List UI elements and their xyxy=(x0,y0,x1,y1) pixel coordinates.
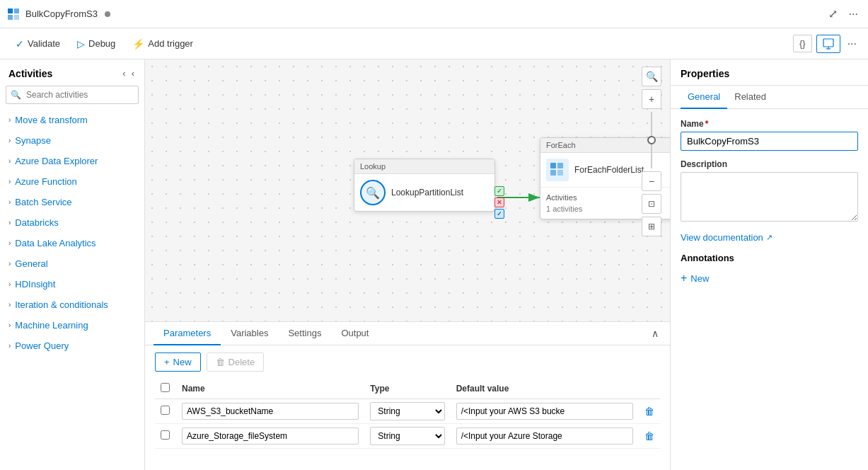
sidebar-collapse2-button[interactable]: ‹ xyxy=(130,67,136,80)
row-delete-button[interactable]: 🗑 xyxy=(644,430,654,442)
svg-rect-1 xyxy=(14,8,19,13)
param-default-input[interactable] xyxy=(456,403,633,420)
add-trigger-button[interactable]: ⚡ Add trigger xyxy=(125,35,200,53)
collapse-panel-button[interactable]: ∧ xyxy=(649,325,661,342)
validate-button[interactable]: ✓ Validate xyxy=(8,35,67,53)
chevron-icon: › xyxy=(8,157,11,165)
sidebar-item-databricks[interactable]: › Databricks xyxy=(0,212,144,233)
props-tabs: General Related xyxy=(671,86,868,109)
bottom-content: + New 🗑 Delete Name Type Defaul xyxy=(145,345,670,470)
chevron-icon: › xyxy=(8,342,11,350)
trigger-icon: ⚡ xyxy=(132,38,144,50)
col-header-name: Name xyxy=(176,379,364,399)
view-documentation-link[interactable]: View documentation ↗ xyxy=(681,232,858,243)
sidebar-item-machine-learning[interactable]: › Machine Learning xyxy=(0,315,144,336)
zoom-handle[interactable] xyxy=(647,136,656,144)
nav-item-label: General xyxy=(15,258,47,269)
lookup-node-header: Lookup xyxy=(354,159,494,174)
sidebar-item-move-transform[interactable]: › Move & transform xyxy=(0,110,144,130)
search-canvas-button[interactable]: 🔍 xyxy=(642,67,661,86)
lookup-node[interactable]: Lookup 🔍 LookupPartitionList ✓ ✕ ✓ xyxy=(354,159,495,212)
row-checkbox[interactable] xyxy=(161,406,170,415)
lookup-badges: ✓ ✕ ✓ xyxy=(494,186,504,219)
tab-settings[interactable]: Settings xyxy=(278,322,331,345)
expand-button[interactable]: ⤢ xyxy=(826,4,840,23)
delete-param-button[interactable]: 🗑 Delete xyxy=(207,352,265,372)
description-field-textarea[interactable] xyxy=(681,172,858,222)
sidebar-title: Activities xyxy=(8,68,52,79)
tab-parameters[interactable]: Parameters xyxy=(154,322,221,345)
badge-complete[interactable]: ✓ xyxy=(494,209,504,219)
nav-item-label: Batch Service xyxy=(15,197,71,207)
props-header: Properties xyxy=(671,59,868,86)
grid-view-button[interactable]: ⊞ xyxy=(642,217,661,236)
annotations-label: Annotations xyxy=(681,253,858,263)
svg-rect-10 xyxy=(557,163,563,168)
svg-rect-9 xyxy=(550,163,556,168)
name-field-input[interactable] xyxy=(681,132,858,151)
svg-rect-3 xyxy=(14,15,19,20)
foreach-node-icon xyxy=(546,159,569,181)
row-type: String xyxy=(364,424,450,449)
nav-item-label: Synapse xyxy=(15,135,51,146)
canvas-workspace[interactable]: Lookup 🔍 LookupPartitionList ✓ ✕ ✓ ForEa… xyxy=(145,59,670,321)
new-annotation-label: New xyxy=(690,273,709,284)
sidebar-item-hdinsight[interactable]: › HDInsight xyxy=(0,274,144,294)
tab-output[interactable]: Output xyxy=(331,322,378,345)
badge-success[interactable]: ✓ xyxy=(494,186,504,196)
param-name-input[interactable] xyxy=(182,428,359,445)
sidebar-item-azure-data-explorer[interactable]: › Azure Data Explorer xyxy=(0,151,144,171)
search-icon: 🔍 xyxy=(11,90,21,100)
main-toolbar: ✓ Validate ▷ Debug ⚡ Add trigger {} ··· xyxy=(0,28,868,59)
add-annotation-button[interactable]: + New xyxy=(681,269,709,287)
sidebar-item-batch-service[interactable]: › Batch Service xyxy=(0,192,144,212)
app-logo xyxy=(7,8,20,21)
validate-label: Validate xyxy=(28,38,60,49)
zoom-track xyxy=(651,112,652,168)
sidebar-item-synapse[interactable]: › Synapse xyxy=(0,130,144,151)
param-type-select[interactable]: String xyxy=(370,402,444,420)
debug-button[interactable]: ▷ Debug xyxy=(70,35,122,53)
sidebar-header: Activities ‹ ‹ xyxy=(0,59,144,86)
props-tab-related[interactable]: Related xyxy=(727,86,773,109)
code-view-button[interactable]: {} xyxy=(793,35,812,52)
badge-fail[interactable]: ✕ xyxy=(494,197,504,207)
sidebar-item-data-lake-analytics[interactable]: › Data Lake Analytics xyxy=(0,233,144,253)
row-default xyxy=(451,399,639,424)
toolbar-more-button[interactable]: ··· xyxy=(845,35,860,53)
top-bar: BulkCopyFromS3 ⤢ ··· xyxy=(0,0,868,28)
param-default-input[interactable] xyxy=(456,428,633,445)
table-row: String 🗑 xyxy=(155,399,660,424)
chevron-icon: › xyxy=(8,219,11,227)
row-delete-button[interactable]: 🗑 xyxy=(644,406,654,417)
sidebar: Activities ‹ ‹ 🔍 › Move & transform › Sy… xyxy=(0,59,145,470)
row-name xyxy=(176,424,364,449)
sidebar-collapse-button[interactable]: ‹ xyxy=(121,67,127,80)
top-bar-right: ⤢ ··· xyxy=(826,4,861,23)
monitor-button[interactable] xyxy=(816,35,840,53)
table-row: String 🗑 xyxy=(155,424,660,449)
chevron-icon: › xyxy=(8,116,11,124)
props-body: Name * Description View documentation ↗ … xyxy=(671,109,868,470)
sidebar-item-azure-function[interactable]: › Azure Function xyxy=(0,171,144,192)
new-param-button[interactable]: + New xyxy=(155,352,201,372)
sidebar-item-iteration-conditionals[interactable]: › Iteration & conditionals xyxy=(0,294,144,315)
param-type-select[interactable]: String xyxy=(370,427,444,445)
view-doc-label: View documentation xyxy=(681,232,763,243)
fit-view-button[interactable]: ⊡ xyxy=(642,194,661,214)
zoom-in-button[interactable]: + xyxy=(642,89,661,109)
zoom-out-button[interactable]: − xyxy=(642,171,661,191)
row-checkbox[interactable] xyxy=(161,430,170,440)
lookup-node-label: LookupPartitionList xyxy=(391,188,463,197)
new-param-label: New xyxy=(173,357,192,367)
param-name-input[interactable] xyxy=(182,403,359,420)
tab-variables[interactable]: Variables xyxy=(221,322,278,345)
props-tab-general[interactable]: General xyxy=(681,86,727,109)
description-field-label: Description xyxy=(681,159,858,169)
svg-rect-0 xyxy=(8,8,13,13)
search-input[interactable] xyxy=(6,86,139,104)
select-all-checkbox[interactable] xyxy=(161,383,170,392)
sidebar-item-general[interactable]: › General xyxy=(0,253,144,274)
sidebar-item-power-query[interactable]: › Power Query xyxy=(0,336,144,356)
topbar-more-button[interactable]: ··· xyxy=(846,5,861,23)
